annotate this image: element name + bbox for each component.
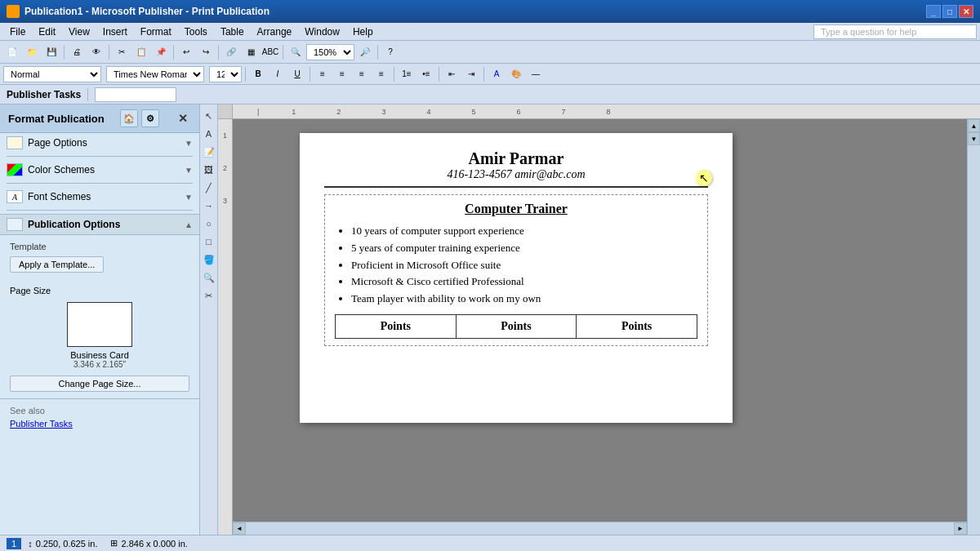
color-schemes-icon: [7, 163, 23, 176]
justify-btn[interactable]: ≡: [372, 65, 390, 83]
minimize-button[interactable]: _: [926, 5, 941, 18]
hyperlink-btn[interactable]: 🔗: [222, 43, 240, 61]
font-color-btn[interactable]: A: [488, 65, 506, 83]
sidebar-settings-btn[interactable]: ⚙: [141, 109, 159, 127]
scroll-h-track[interactable]: [246, 522, 954, 535]
new-btn[interactable]: 📄: [3, 43, 21, 61]
size-dropdown[interactable]: 12: [209, 66, 242, 82]
crop-tool[interactable]: ✂: [201, 287, 217, 304]
zoom-in-btn[interactable]: 🔎: [356, 43, 374, 61]
paste-btn[interactable]: 📌: [152, 43, 170, 61]
underline-btn[interactable]: U: [288, 65, 306, 83]
publisher-tasks-link[interactable]: Publisher Tasks: [10, 419, 189, 429]
vertical-scrollbar[interactable]: ▲ ▼: [967, 119, 980, 535]
help-btn[interactable]: ?: [381, 43, 399, 61]
sidebar-header: Format Publication 🏠 ⚙ ✕: [0, 104, 199, 133]
increase-indent-btn[interactable]: ⇥: [462, 65, 480, 83]
menu-edit[interactable]: Edit: [32, 24, 62, 39]
draw-oval[interactable]: ○: [201, 216, 217, 232]
draw-arrow[interactable]: →: [201, 198, 217, 214]
redo-btn[interactable]: ↪: [197, 43, 215, 61]
card-content: Amir Parmar 416-123-4567 amir@abc.com Co…: [300, 133, 733, 371]
text-tool[interactable]: A: [201, 126, 217, 142]
cursor-indicator: ↖: [696, 170, 712, 186]
scroll-up-btn[interactable]: ▲: [968, 119, 980, 132]
menu-view[interactable]: View: [62, 24, 96, 39]
connect-tool[interactable]: 📝: [201, 144, 217, 160]
undo-btn[interactable]: ↩: [177, 43, 195, 61]
line-color-btn[interactable]: —: [527, 65, 545, 83]
copy-btn[interactable]: 📋: [132, 43, 150, 61]
scroll-left-btn[interactable]: ◄: [233, 522, 246, 535]
pub-options-arrow: ▲: [185, 220, 193, 229]
content-area: Format Publication 🏠 ⚙ ✕ Page Options ▼ …: [0, 104, 980, 551]
font-dropdown[interactable]: Times New Roman: [106, 66, 204, 82]
fill-color-btn[interactable]: 🎨: [507, 65, 525, 83]
select-tool[interactable]: ↖: [201, 108, 217, 124]
bold-btn[interactable]: B: [249, 65, 267, 83]
page-size-dims: 3.346 x 2.165": [74, 360, 126, 369]
print-btn[interactable]: 🖨: [68, 43, 86, 61]
style-dropdown[interactable]: Normal: [3, 66, 101, 82]
help-search-input[interactable]: Type a question for help: [813, 24, 977, 39]
menu-arrange[interactable]: Arrange: [251, 24, 299, 39]
spellcheck-btn[interactable]: ABC: [261, 43, 279, 61]
draw-line[interactable]: ╱: [201, 180, 217, 196]
align-right-btn[interactable]: ≡: [353, 65, 371, 83]
font-schemes-icon: A: [7, 190, 23, 203]
sidebar-item-font-schemes[interactable]: A Font Schemes ▼: [0, 187, 199, 207]
align-center-btn[interactable]: ≡: [333, 65, 351, 83]
maximize-button[interactable]: □: [942, 5, 957, 18]
draw-rect[interactable]: □: [201, 233, 217, 250]
tasks-search-input[interactable]: [95, 87, 176, 102]
menu-tools[interactable]: Tools: [178, 24, 214, 39]
page-size-box: [67, 302, 132, 347]
see-also-section: See also Publisher Tasks: [0, 398, 199, 435]
menu-format[interactable]: Format: [134, 24, 178, 39]
separator5: [283, 45, 283, 60]
open-btn[interactable]: 📁: [23, 43, 41, 61]
zoom-out-btn[interactable]: 🔍: [287, 43, 305, 61]
info-box: Computer Trainer 10 years of computer su…: [324, 194, 708, 346]
zoom-tool[interactable]: 🔍: [201, 269, 217, 286]
cut-btn[interactable]: ✂: [113, 43, 131, 61]
menu-table[interactable]: Table: [214, 24, 251, 39]
insert-table-btn[interactable]: ▦: [242, 43, 260, 61]
menu-window[interactable]: Window: [298, 24, 346, 39]
canvas-area[interactable]: | 1 2 3 4 5 6 7 8 1 2 3 Amir: [218, 104, 980, 551]
menu-file[interactable]: File: [3, 24, 32, 39]
zoom-dropdown[interactable]: 150%: [306, 44, 354, 60]
change-page-size-button[interactable]: Change Page Size...: [10, 375, 189, 392]
preview-btn[interactable]: 👁: [87, 43, 105, 61]
italic-btn[interactable]: I: [269, 65, 287, 83]
separator3: [173, 45, 174, 60]
publication-document: Amir Parmar 416-123-4567 amir@abc.com Co…: [300, 133, 733, 423]
tasks-separator: [87, 88, 88, 101]
save-btn[interactable]: 💾: [42, 43, 60, 61]
menu-help[interactable]: Help: [346, 24, 380, 39]
sidebar-close-btn[interactable]: ✕: [175, 112, 191, 125]
status-coord2-icon: ⊞: [110, 538, 118, 549]
bullet-item-1: 5 years of computer training experience: [351, 240, 697, 257]
sidebar-item-color-schemes[interactable]: Color Schemes ▼: [0, 160, 199, 180]
sidebar-item-page-options[interactable]: Page Options ▼: [0, 133, 199, 153]
close-button[interactable]: ✕: [959, 5, 973, 18]
numbering-btn[interactable]: 1≡: [398, 65, 416, 83]
align-left-btn[interactable]: ≡: [314, 65, 332, 83]
menu-insert[interactable]: Insert: [96, 24, 134, 39]
bullet-item-0: 10 years of computer support experience: [351, 223, 697, 240]
decrease-indent-btn[interactable]: ⇤: [443, 65, 461, 83]
card-job-title: Computer Trainer: [335, 202, 697, 216]
apply-template-button[interactable]: Apply a Template...: [10, 256, 104, 273]
bullets-btn[interactable]: •≡: [417, 65, 435, 83]
publisher-tasks-label: Publisher Tasks: [7, 89, 81, 100]
scroll-right-btn[interactable]: ►: [954, 522, 967, 535]
paint-bucket[interactable]: 🪣: [201, 251, 217, 268]
insert-picture[interactable]: 🖼: [201, 162, 217, 178]
table-row: Points Points Points: [336, 314, 697, 338]
title-bar: Publication1 - Microsoft Publisher - Pri…: [0, 0, 980, 23]
scroll-down-btn[interactable]: ▼: [968, 132, 980, 145]
sidebar-item-publication-options[interactable]: Publication Options ▲: [0, 214, 199, 235]
sidebar-home-btn[interactable]: 🏠: [120, 109, 138, 127]
horizontal-scrollbar[interactable]: ◄ ►: [233, 522, 967, 535]
